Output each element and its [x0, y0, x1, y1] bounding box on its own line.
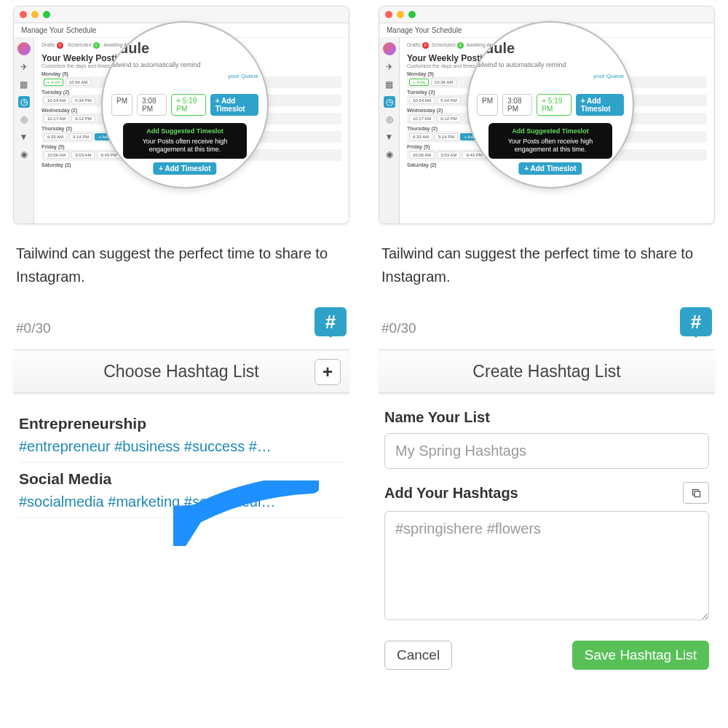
hashtag-lists: Entrepreneurship #entrepreneur #business… — [13, 393, 349, 533]
avatar-icon — [17, 42, 31, 55]
hashtag-button[interactable]: # — [314, 307, 347, 336]
left-column: Manage Your Schedule ✈ ▦ ◷ ◎ ▼ ◉ Drafts0… — [13, 6, 349, 683]
cancel-button[interactable]: Cancel — [384, 641, 452, 670]
add-list-button[interactable]: + — [314, 359, 341, 385]
list-name: Social Media — [19, 470, 344, 488]
list-tags: #entrepreneur #business #success #… — [19, 438, 344, 455]
name-label: Name Your List — [384, 409, 709, 426]
list-name-input[interactable] — [384, 433, 709, 469]
list-tags: #socialmedia #marketing #socialmedi… — [19, 494, 344, 510]
list-item[interactable]: Social Media #socialmedia #marketing #so… — [19, 463, 344, 518]
list-item[interactable]: Entrepreneurship #entrepreneur #business… — [19, 408, 344, 463]
close-dot-icon — [20, 11, 27, 18]
list-name: Entrepreneurship — [19, 415, 344, 432]
create-hashtag-panel-header: Create Hashtag List — [379, 349, 715, 393]
clock-icon: ◷ — [18, 96, 30, 108]
hashtags-textarea[interactable] — [384, 511, 709, 620]
calendar-icon: ▦ — [18, 79, 30, 90]
svg-rect-1 — [695, 491, 700, 497]
feature-caption: Tailwind can suggest the perfect time to… — [16, 242, 347, 288]
schedule-preview: Manage Your Schedule ✈▦◷◎▼◉ Drafts0 Sche… — [379, 6, 715, 224]
copy-icon — [691, 488, 702, 499]
hashtag-list-panel-header: Choose Hashtag List + — [13, 349, 349, 393]
filter-icon: ▼ — [18, 131, 30, 143]
zoom-dot-icon — [43, 11, 50, 18]
copy-button[interactable] — [683, 482, 709, 504]
tags-label: Add Your Hashtags — [384, 485, 518, 502]
create-hashtag-form: Name Your List Add Your Hashtags Cancel … — [379, 393, 715, 683]
hashtag-counter: #0/30 — [381, 320, 416, 336]
panel-title: Choose Hashtag List — [103, 362, 259, 381]
hashtag-button[interactable]: # — [680, 307, 712, 336]
plane-icon: ✈ — [18, 61, 30, 73]
sidebar: ✈ ▦ ◷ ◎ ▼ ◉ — [14, 38, 34, 224]
feature-caption: Tailwind can suggest the perfect time to… — [381, 242, 712, 288]
panel-title: Create Hashtag List — [472, 362, 620, 381]
globe-icon: ◉ — [18, 149, 30, 160]
instagram-icon: ◎ — [18, 114, 30, 125]
hashtag-counter: #0/30 — [16, 320, 51, 336]
schedule-preview: Manage Your Schedule ✈ ▦ ◷ ◎ ▼ ◉ Drafts0… — [13, 6, 349, 224]
right-column: Manage Your Schedule ✈▦◷◎▼◉ Drafts0 Sche… — [379, 6, 715, 683]
minimize-dot-icon — [31, 11, 39, 18]
suggested-timeslot-tooltip: Add Suggested Timeslot Your Posts often … — [123, 123, 247, 159]
magnifier-lens: edule ailwind to automatically remind yo… — [101, 21, 269, 189]
save-button[interactable]: Save Hashtag List — [572, 641, 709, 670]
